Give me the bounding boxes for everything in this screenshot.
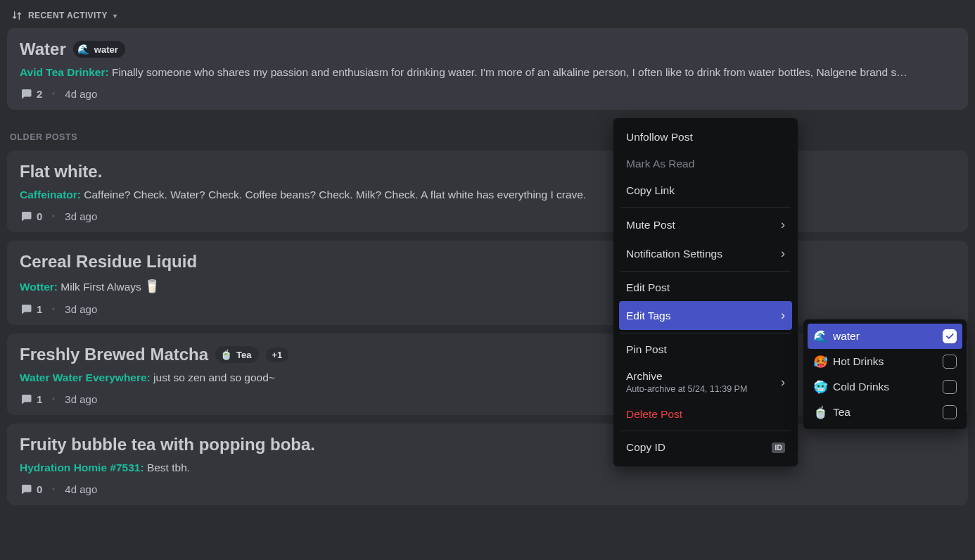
post-context-menu: Unfollow Post Mark As Read Copy Link Mut… (613, 118, 798, 466)
forum-root: RECENT ACTIVITY ▾ Water 🌊 water Avid Tea… (0, 0, 975, 560)
post-body-text: Caffeine? Check. Water? Check. Coffee be… (84, 189, 586, 201)
menu-mute[interactable]: Mute Post› (619, 210, 792, 239)
post-timestamp: 3d ago (65, 393, 97, 405)
tea-icon: 🍵 (813, 405, 827, 419)
post-title: Flat white. (20, 162, 102, 182)
post-preview: Avid Tea Drinker: Finally someone who sh… (20, 66, 955, 79)
menu-notification-settings[interactable]: Notification Settings› (619, 239, 792, 268)
id-badge: ID (772, 443, 785, 453)
chevron-down-icon: ▾ (113, 12, 117, 20)
post-title: Fruity bubble tea with popping boba. (20, 435, 315, 454)
separator-dot (52, 488, 55, 490)
post-card[interactable]: Water 🌊 water Avid Tea Drinker: Finally … (7, 28, 968, 110)
menu-divider (620, 333, 791, 333)
post-card[interactable]: Fruity bubble tea with popping boba. Hyd… (7, 424, 968, 505)
tag-chip-label: Tea (236, 350, 251, 360)
chevron-right-icon: › (781, 217, 785, 232)
comment-icon (20, 393, 32, 405)
tag-chip-label: water (94, 44, 118, 55)
post-author: Water Water Everywhere: (20, 371, 151, 383)
separator-dot (52, 307, 55, 310)
chevron-right-icon: › (781, 246, 785, 261)
tag-option-label: water (833, 330, 860, 343)
tea-icon: 🍵 (219, 348, 232, 361)
comment-count: 1 (20, 393, 42, 405)
post-title: Freshly Brewed Matcha (20, 345, 208, 364)
tag-overflow-chip[interactable]: +1 (266, 348, 289, 362)
post-body-text: Milk First Always (60, 281, 141, 293)
post-body-text: Finally someone who shares my passion an… (112, 66, 907, 78)
checkbox-unchecked[interactable] (943, 380, 957, 394)
menu-mark-read[interactable]: Mark As Read (619, 151, 792, 177)
tag-option-hot-drinks[interactable]: 🥵 Hot Drinks (808, 349, 962, 374)
separator-dot (52, 215, 55, 217)
menu-divider (620, 207, 791, 208)
menu-archive[interactable]: Archive Auto-archive at 5/24, 11:39 PM › (619, 363, 792, 401)
post-card[interactable]: Flat white. Caffeinator: Caffeine? Check… (7, 151, 968, 232)
menu-edit-post[interactable]: Edit Post (619, 274, 792, 301)
post-title-row: Water 🌊 water (20, 39, 955, 59)
cold-face-icon: 🥶 (813, 380, 827, 394)
menu-copy-id[interactable]: Copy IDID (619, 434, 792, 461)
comment-count: 0 (20, 210, 42, 222)
post-title: Water (20, 39, 66, 59)
sort-dropdown[interactable]: RECENT ACTIVITY ▾ (7, 7, 968, 28)
post-timestamp: 4d ago (65, 483, 97, 495)
tag-option-tea[interactable]: 🍵 Tea (808, 400, 962, 425)
post-card[interactable]: Cereal Residue Liquid Wotter: Milk First… (7, 241, 968, 325)
post-timestamp: 3d ago (65, 210, 97, 222)
tag-chip-tea[interactable]: 🍵 Tea (215, 346, 258, 363)
chevron-right-icon: › (781, 375, 785, 390)
menu-delete[interactable]: Delete Post (619, 401, 792, 428)
menu-divider (620, 271, 791, 272)
post-preview: Wotter: Milk First Always 🥛 (20, 279, 955, 294)
cup-icon: 🥛 (144, 279, 160, 294)
separator-dot (52, 92, 55, 95)
comment-count: 1 (20, 303, 42, 315)
tag-option-label: Hot Drinks (833, 355, 884, 368)
sort-label: RECENT ACTIVITY (28, 11, 108, 20)
sort-icon (11, 10, 23, 21)
chevron-right-icon: › (781, 308, 785, 323)
post-preview: Hydration Homie #7531: Best tbh. (20, 462, 955, 474)
checkbox-checked[interactable] (943, 329, 957, 343)
comment-icon (20, 87, 32, 100)
older-posts-header: OLDER POSTS (7, 118, 968, 151)
comment-icon (20, 483, 32, 495)
menu-pin[interactable]: Pin Post (619, 336, 792, 363)
hot-face-icon: 🥵 (813, 355, 827, 369)
post-meta: 2 4d ago (20, 87, 955, 100)
comment-count: 0 (20, 483, 42, 495)
post-title: Cereal Residue Liquid (20, 252, 197, 272)
wave-icon: 🌊 (813, 329, 827, 343)
edit-tags-popout: 🌊 water 🥵 Hot Drinks 🥶 Cold Drinks 🍵 (803, 319, 967, 429)
post-timestamp: 3d ago (65, 303, 97, 315)
post-preview: Caffeinator: Caffeine? Check. Water? Che… (20, 189, 955, 201)
menu-divider (620, 431, 791, 431)
comment-icon (20, 210, 32, 222)
menu-unfollow[interactable]: Unfollow Post (619, 124, 792, 151)
archive-subtext: Auto-archive at 5/24, 11:39 PM (626, 384, 747, 394)
post-author: Avid Tea Drinker: (20, 66, 109, 78)
tag-chip-water[interactable]: 🌊 water (73, 41, 125, 58)
tag-option-label: Cold Drinks (833, 381, 889, 393)
checkbox-unchecked[interactable] (943, 405, 957, 419)
post-timestamp: 4d ago (65, 88, 97, 100)
menu-copy-link[interactable]: Copy Link (619, 177, 792, 204)
post-author: Caffeinator: (20, 189, 81, 201)
comment-icon (20, 303, 32, 315)
wave-icon: 🌊 (77, 43, 90, 56)
tag-option-cold-drinks[interactable]: 🥶 Cold Drinks (808, 374, 962, 400)
menu-edit-tags[interactable]: Edit Tags› (619, 301, 792, 330)
tag-option-label: Tea (833, 406, 850, 419)
post-author: Hydration Homie #7531: (20, 462, 144, 473)
post-body-text: just so zen and so good~ (153, 371, 275, 383)
checkbox-unchecked[interactable] (943, 355, 957, 369)
separator-dot (52, 397, 55, 400)
post-author: Wotter: (20, 281, 58, 293)
post-body-text: Best tbh. (147, 462, 190, 473)
comment-count: 2 (20, 87, 42, 100)
tag-option-water[interactable]: 🌊 water (808, 324, 962, 349)
